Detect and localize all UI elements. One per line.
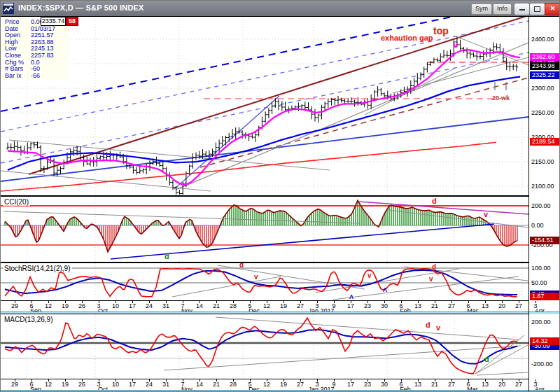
date-label: 9 [332,381,335,388]
date-label: 27 [515,302,522,309]
macd-panel[interactable]: dvd [1,314,529,379]
minimize-icon [519,4,525,10]
panel-divider[interactable] [1,195,529,197]
annotation-20-wk: 20-wk [492,94,510,102]
date-label: 12 [263,302,270,309]
annotation-v: v [484,210,489,218]
date-label: 24 [146,302,153,309]
annotation-d: d [426,321,430,329]
annotation-v: v [436,323,441,332]
price-value-box: 1.67 [530,293,560,300]
date-label: 19 [62,302,69,309]
date-label: 12 [45,381,52,388]
info-button[interactable]: Info [493,4,512,15]
price-scale-border [528,16,529,392]
date-label: 29 [11,381,18,388]
date-label: 30 [381,381,388,388]
annotation-v: v [453,39,458,50]
annotation-Λ: Λ [349,293,354,300]
annotation-d: d [239,263,244,269]
date-label: 30 [381,302,388,309]
annotation-d: d [432,263,436,271]
date-label: 27 [515,381,522,388]
date-label: 31 [162,302,169,309]
chart-top-border [1,16,560,17]
date-label: 9 [332,302,335,309]
y-axis-tick: -200.00 [531,360,553,368]
date-label: 13 [414,302,421,309]
date-label: 19 [280,381,287,388]
macd-label: MACD(13,26,9) [3,316,54,323]
cci-panel[interactable]: ddv [1,197,529,262]
maximize-icon [534,6,540,12]
date-label: 21 [213,302,220,309]
price-value-box: 2189.54 [530,138,560,146]
minimize-button[interactable] [514,3,530,15]
annotation-d: d [432,197,437,205]
y-axis-tick: 200.00 [531,202,551,209]
price-panel[interactable]: exhaution gaptopv20-wk [1,16,529,195]
date-label: 13 [414,381,421,388]
price-value-box: 14.32 [530,337,560,345]
window-title: INDEX:$SPX,D — S&P 500 INDEX [18,4,144,12]
annotation-Λ: Λ [383,286,387,293]
data-box: Price0.00Date01/03/17Open2251.57High2263… [4,18,69,80]
y-axis-tick: 100.00 [531,265,551,272]
annotation-v: v [368,272,372,279]
date-label: 26 [78,381,85,388]
stochrsi-label: StochRSI(14,21(2),9) [3,265,72,272]
maximize-button[interactable] [529,3,545,15]
date-label: 21 [213,381,220,388]
price-value-box: 2343.98 [530,62,560,70]
date-label: 12 [263,381,270,388]
title-bar[interactable]: INDEX:$SPX,D — S&P 500 INDEX Sym Info ✕ [1,1,560,16]
panel-divider[interactable] [1,262,529,263]
annotation-d: d [164,252,169,260]
annotation-v: v [429,275,433,283]
sym-button[interactable]: Sym [471,4,492,15]
annotation-v: v [254,273,258,281]
app-icon [3,3,14,14]
date-label: 17 [347,381,354,388]
y-axis-tick: 2250.00 [531,109,554,116]
date-label: 19 [62,381,69,388]
date-label: 17 [129,302,136,309]
date-axis-upper: 296Sep1219263Oct101724317Nov1421285Dec12… [1,300,529,312]
date-label: 13 [482,302,489,309]
date-label: 10 [112,302,119,309]
date-label: 29 [11,302,18,309]
date-label: 20 [498,381,505,388]
date-label: 10 [112,381,119,388]
date-label: 26 [78,302,85,309]
date-axis-lower: 296Sep1219263Oct101724317Nov1421285Dec12… [1,379,529,391]
y-axis-tick: 2300.00 [531,85,554,92]
cci-label: CCI(20) [3,198,30,206]
price-value-box: 2362.60 [530,53,560,61]
close-button[interactable]: ✕ [545,3,560,15]
date-label: 14 [196,302,203,309]
y-axis-tick: 2100.00 [531,183,554,190]
data-box-row: Bar Ix-56 [4,73,69,80]
date-label: 28 [230,302,237,309]
date-label: 21 [431,381,438,388]
date-label: 31 [162,381,169,388]
annotation-d: d [484,355,489,363]
date-label: 27 [448,302,455,309]
date-label: 24 [146,381,153,388]
crosshair-count-box: 58 [66,17,78,26]
date-label: 14 [196,381,203,388]
date-label: 27 [297,302,304,309]
date-label: 19 [280,302,287,309]
price-value-box: 2325.22 [530,71,560,79]
panel-divider [1,314,529,314]
annotation-top: top [433,25,449,36]
stochrsi-panel[interactable]: dvvdvΛΛ [1,263,529,300]
price-value-box: -154.51 [530,237,560,244]
date-label: 21 [431,302,438,309]
date-label: 23 [364,302,371,309]
date-label: 27 [297,381,304,388]
annotation-exhaution gap: exhaution gap [381,34,433,42]
y-axis-tick: 0.00 [531,222,544,229]
y-axis-tick: 200.00 [531,318,551,326]
date-label: 17 [129,381,136,388]
